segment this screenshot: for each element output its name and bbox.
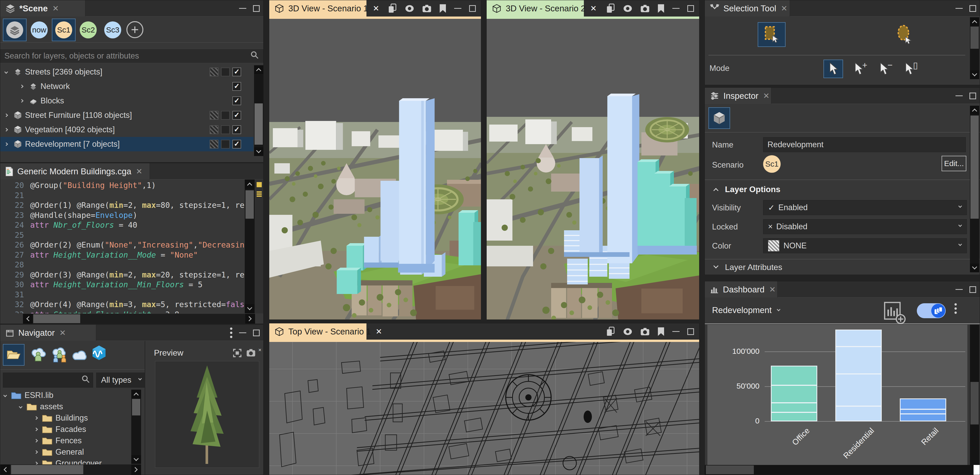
expander-icon[interactable] xyxy=(34,439,38,443)
visibility-checkbox[interactable]: ✓ xyxy=(232,140,241,149)
annotation-mark[interactable] xyxy=(257,182,262,187)
visibility-checkbox[interactable]: ✓ xyxy=(232,97,241,105)
color-dropdown[interactable]: NONE xyxy=(763,238,967,253)
tab-3d-view-scenario1[interactable]: 3D View - Scenario 1 ✕ xyxy=(269,0,367,16)
minimize-button[interactable] xyxy=(239,8,246,9)
layer-row[interactable]: Streets [2369 objects]✓ xyxy=(0,65,253,79)
camera-icon[interactable] xyxy=(640,5,650,13)
scenario-button-Sc3[interactable]: Sc3 xyxy=(101,19,124,41)
maximize-button[interactable] xyxy=(687,5,694,12)
visibility-checkbox[interactable]: ✓ xyxy=(232,111,241,120)
select-mode-button[interactable] xyxy=(824,60,843,78)
stacked-bar-chart[interactable]: 050'000100'000OfficeResidentialRetail xyxy=(707,325,967,465)
minimize-button[interactable] xyxy=(239,332,246,333)
scenario-button-base[interactable] xyxy=(3,19,27,41)
camera-icon[interactable] xyxy=(422,5,431,13)
select-new-mode-button[interactable]: ▯ xyxy=(899,60,919,78)
code-scrollbar-h[interactable] xyxy=(23,314,255,324)
layer-row[interactable]: Network✓ xyxy=(0,79,253,94)
cloud-group-icon[interactable] xyxy=(50,346,69,365)
search-icon[interactable] xyxy=(250,50,259,62)
tab-3d-view-scenario2[interactable]: 3D View - Scenario 2 ✕ xyxy=(487,0,584,16)
layer-selector[interactable]: Redevelopment xyxy=(712,305,780,315)
camera-icon[interactable] xyxy=(246,349,256,358)
close-icon[interactable]: ✕ xyxy=(136,167,142,176)
duplicate-icon[interactable] xyxy=(606,3,615,13)
close-icon[interactable]: ✕ xyxy=(763,91,770,100)
file-tree-item-facades[interactable]: Facades xyxy=(0,424,131,435)
duplicate-icon[interactable] xyxy=(606,327,615,337)
add-scenario-button[interactable]: + xyxy=(126,21,143,38)
topview-wireframe-scene[interactable] xyxy=(269,342,699,475)
tab-top-view-scenario1[interactable]: Top View - Scenario 1 ✕ xyxy=(269,323,367,340)
scene-scrollbar[interactable] xyxy=(254,65,263,156)
menu-icon[interactable] xyxy=(230,327,232,338)
minimize-button[interactable] xyxy=(956,8,963,9)
close-icon[interactable]: ✕ xyxy=(59,328,66,337)
color-swatch[interactable] xyxy=(221,140,230,149)
expander-icon[interactable] xyxy=(20,99,24,103)
code-area[interactable]: 20@Group("Building Height",1)2122@Order(… xyxy=(0,181,263,313)
minimize-button[interactable] xyxy=(672,8,679,9)
layer-row[interactable]: Blocks✓ xyxy=(0,94,253,108)
visibility-checkbox[interactable]: ✓ xyxy=(232,82,241,91)
expander-icon[interactable] xyxy=(5,128,8,132)
bar-residential[interactable] xyxy=(835,330,882,421)
scenario-compare-toggle[interactable] xyxy=(917,303,946,318)
tab-scene[interactable]: *Scene ✕ xyxy=(0,0,85,16)
selection-scrollbar[interactable] xyxy=(970,17,979,79)
search-input[interactable]: Search for layers, objects or attributes xyxy=(0,49,263,63)
texture-swatch[interactable] xyxy=(210,68,218,76)
eye-icon[interactable] xyxy=(623,4,633,13)
preview-viewport[interactable] xyxy=(155,361,259,468)
file-tree-item-assets[interactable]: assets xyxy=(0,401,131,412)
expander-icon[interactable] xyxy=(5,142,8,146)
bar-office[interactable] xyxy=(771,365,817,421)
maximize-button[interactable] xyxy=(253,330,260,336)
maximize-button[interactable] xyxy=(469,5,476,12)
expander-icon[interactable] xyxy=(34,450,38,454)
file-tree-item-fences[interactable]: Fences xyxy=(0,435,131,446)
minimize-button[interactable] xyxy=(454,8,461,9)
texture-swatch[interactable] xyxy=(210,126,218,134)
minimize-button[interactable] xyxy=(956,95,963,96)
scenario-button-Sc2[interactable]: Sc2 xyxy=(76,19,100,41)
expand-icon[interactable] xyxy=(713,263,719,268)
texture-swatch[interactable] xyxy=(210,140,218,149)
color-swatch[interactable] xyxy=(221,111,230,120)
layer-row[interactable]: Redevelopment [7 objects]✓ xyxy=(0,137,253,151)
navigator-search-input[interactable] xyxy=(3,373,93,388)
scenario-badge[interactable]: Sc1 xyxy=(763,155,781,173)
close-icon[interactable]: ✕ xyxy=(52,4,59,13)
select-add-mode-button[interactable]: + xyxy=(849,60,868,78)
minimize-button[interactable] xyxy=(672,331,679,332)
color-swatch[interactable] xyxy=(221,68,230,76)
expander-icon[interactable] xyxy=(5,113,8,117)
file-tree-item-general[interactable]: General xyxy=(0,446,131,458)
bar-retail[interactable] xyxy=(900,399,946,421)
resize-corner[interactable] xyxy=(974,465,980,475)
expander-icon[interactable] xyxy=(5,70,8,74)
tab-cga-file[interactable]: Generic Modern Buildings.cga ✕ xyxy=(0,163,150,180)
navigator-scrollbar-v[interactable] xyxy=(131,390,141,464)
eye-icon[interactable] xyxy=(405,4,414,13)
cloud-icon[interactable] xyxy=(70,348,89,362)
bookmark-icon[interactable] xyxy=(439,4,446,13)
tab-inspector[interactable]: Inspector ✕ xyxy=(705,88,772,104)
view2-3d-scene[interactable] xyxy=(487,19,699,320)
visibility-dropdown[interactable]: ✓ Enabled xyxy=(763,200,967,215)
close-icon[interactable]: ✕ xyxy=(258,348,261,353)
bookmark-icon[interactable] xyxy=(657,327,665,336)
workspace-folder-button[interactable] xyxy=(3,344,24,365)
tab-selection-tool[interactable]: Selection Tool ✕ xyxy=(705,0,790,16)
tab-navigator[interactable]: Navigator ✕ xyxy=(0,325,96,341)
close-icon[interactable]: ✕ xyxy=(375,327,382,336)
maximize-button[interactable] xyxy=(687,328,694,335)
maximize-button[interactable] xyxy=(253,5,260,12)
camera-icon[interactable] xyxy=(640,327,650,336)
cloud-user-icon[interactable] xyxy=(29,346,47,365)
locked-dropdown[interactable]: × Disabled xyxy=(763,219,967,234)
close-icon[interactable]: ✕ xyxy=(373,4,379,13)
layer-row[interactable]: Vegetation [4092 objects]✓ xyxy=(0,122,253,137)
visibility-checkbox[interactable]: ✓ xyxy=(232,68,241,76)
